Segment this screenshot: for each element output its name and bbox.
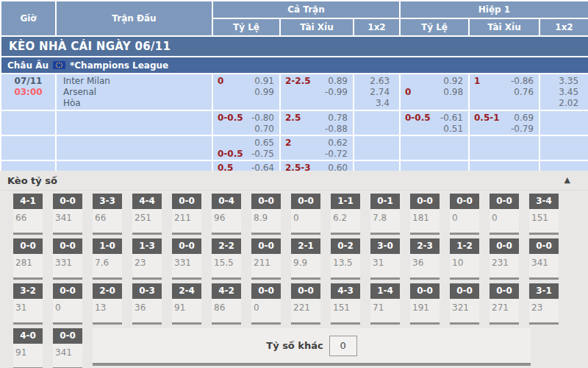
- score-odds: 331: [53, 254, 82, 280]
- score-box[interactable]: 0-0341: [53, 194, 82, 235]
- odds-cell-ft-ou[interactable]: 2.50.78-0.88: [280, 110, 354, 135]
- score-box[interactable]: 0-00: [490, 194, 519, 235]
- score-label: 0-0: [450, 283, 479, 299]
- score-box[interactable]: 2-336: [410, 238, 440, 280]
- score-box[interactable]: 0-0281: [13, 238, 43, 280]
- score-box[interactable]: 4-166: [13, 194, 43, 235]
- odds-cell-ft-ou[interactable]: 2-2.50.89-0.99: [280, 74, 354, 110]
- score-box[interactable]: 2-215.5: [212, 238, 241, 280]
- score-box[interactable]: 0-17.8: [370, 194, 400, 235]
- score-box[interactable]: 3-366: [93, 194, 122, 235]
- score-odds: 8.9: [251, 209, 281, 235]
- score-box[interactable]: 0-0211: [172, 194, 201, 235]
- score-box[interactable]: 1-210: [450, 238, 479, 280]
- odds-cell-h1-1x2[interactable]: [539, 110, 588, 135]
- score-label: 3-1: [529, 283, 559, 299]
- score-box[interactable]: 0-0321: [450, 283, 479, 325]
- odds-cell-h1-1x2[interactable]: [539, 135, 588, 160]
- odds-cell-ft-hdp[interactable]: 00.910.99: [212, 74, 280, 110]
- odds-line: 0-0.5-0.80: [213, 111, 279, 124]
- score-box[interactable]: 0-213.5: [331, 238, 360, 280]
- score-label: 0-0: [490, 194, 519, 209]
- score-box[interactable]: 0-0191: [410, 283, 440, 325]
- score-box[interactable]: 0-0341: [53, 328, 82, 368]
- league-banner[interactable]: Châu Âu *Champions League: [1, 57, 588, 74]
- score-box[interactable]: 3-123: [529, 283, 559, 325]
- score-label: 0-0: [529, 238, 559, 254]
- score-odds: 7.6: [93, 254, 122, 280]
- odds-row: 0.650-0.5-0.7520.62-0.72: [1, 135, 588, 160]
- score-odds: 31: [13, 299, 43, 325]
- score-box[interactable]: 0-0181: [410, 194, 440, 235]
- score-box[interactable]: 0-496: [212, 194, 241, 235]
- score-box[interactable]: 3-231: [13, 283, 43, 325]
- score-box[interactable]: 1-471: [370, 283, 400, 325]
- score-odds: 0: [53, 299, 82, 325]
- score-label: 0-0: [13, 238, 43, 254]
- col-header-time: Giờ: [1, 1, 56, 36]
- col-header-ft-1x2: 1x2: [354, 18, 400, 36]
- score-label: 3-3: [93, 194, 122, 209]
- score-box[interactable]: 2-013: [93, 283, 122, 325]
- odds-cell-ft-hdp[interactable]: 0.650-0.5-0.75: [212, 135, 280, 160]
- score-box[interactable]: 1-07.6: [93, 238, 122, 280]
- odds-1x2-value: 2.74: [354, 87, 399, 98]
- handicap-label: 1: [474, 76, 480, 87]
- odds-cell-h1-hdp[interactable]: 0.9200.98: [400, 74, 469, 110]
- odds-cell-ft-hdp[interactable]: 0-0.5-0.800.70: [212, 110, 280, 135]
- score-box[interactable]: 0-0221: [291, 283, 320, 325]
- score-odds: 15.5: [212, 254, 241, 280]
- odds-cell-ft-1x2[interactable]: [354, 135, 400, 160]
- odds-cell-h1-ou[interactable]: 0.5-10.69-0.79: [469, 110, 539, 135]
- score-box[interactable]: 0-0271: [490, 283, 519, 325]
- score-box[interactable]: 0-00: [450, 194, 479, 235]
- score-label: 0-4: [212, 194, 241, 209]
- score-odds: 151: [529, 209, 559, 235]
- handicap-label: 0: [218, 76, 223, 87]
- score-box[interactable]: 0-0341: [529, 238, 559, 280]
- score-box[interactable]: 0-0231: [490, 238, 519, 280]
- score-box[interactable]: 3-031: [370, 238, 400, 280]
- score-box[interactable]: 0-00: [53, 283, 82, 325]
- odds-cell-h1-1x2[interactable]: 3.353.452.02: [539, 74, 588, 110]
- score-odds: 231: [490, 254, 519, 280]
- score-box[interactable]: 0-0211: [251, 238, 281, 280]
- match-kickoff-time: 03:00: [1, 87, 55, 98]
- score-box[interactable]: 1-323: [132, 238, 162, 280]
- other-score-input[interactable]: 0: [329, 336, 357, 356]
- score-label: 0-0: [53, 328, 82, 344]
- odds-line: 0.99: [213, 87, 279, 98]
- col-header-match: Trận Đấu: [56, 1, 212, 36]
- score-box[interactable]: 4-286: [212, 283, 241, 325]
- score-label: 3-4: [529, 194, 559, 209]
- score-box[interactable]: 4-3151: [331, 283, 360, 325]
- odds-cell-ft-ou[interactable]: 20.62-0.72: [280, 135, 354, 160]
- odds-cell-h1-ou[interactable]: 1-0.860.76: [469, 74, 539, 110]
- score-label: 4-3: [331, 283, 360, 299]
- score-box[interactable]: 0-08.9: [251, 194, 281, 235]
- score-box[interactable]: 0-0331: [172, 238, 201, 280]
- score-box[interactable]: 0-00: [291, 194, 320, 235]
- score-label: 0-0: [450, 194, 479, 209]
- match-teams-cell[interactable]: Inter MilanArsenalHòa: [56, 74, 212, 110]
- handicap-label: 0.5-1: [474, 113, 500, 124]
- score-box[interactable]: 2-19.9: [291, 238, 320, 280]
- odds-line: -0.99: [281, 87, 353, 98]
- handicap-label: 0-0.5: [218, 113, 243, 124]
- odds-cell-h1-ou[interactable]: [469, 135, 539, 160]
- score-box[interactable]: 4-091: [13, 328, 43, 368]
- odds-cell-ft-1x2[interactable]: [354, 110, 400, 135]
- odds-cell-ft-1x2[interactable]: 2.632.743.4: [354, 74, 400, 110]
- odds-cell-h1-hdp[interactable]: 0-0.5-0.610.51: [400, 110, 469, 135]
- score-box[interactable]: 0-336: [132, 283, 162, 325]
- score-box[interactable]: 2-491: [172, 283, 201, 325]
- score-box[interactable]: 3-4151: [529, 194, 559, 235]
- odds-cell-h1-hdp[interactable]: [400, 135, 469, 160]
- chevron-up-icon[interactable]: ▲: [564, 175, 570, 185]
- score-box[interactable]: 4-4251: [132, 194, 162, 235]
- score-box[interactable]: 0-0331: [53, 238, 82, 280]
- score-box[interactable]: 0-00: [251, 283, 281, 325]
- odds-value: -0.86: [511, 76, 534, 87]
- odds-line: 0.51: [401, 124, 468, 135]
- score-box[interactable]: 1-16.2: [331, 194, 360, 235]
